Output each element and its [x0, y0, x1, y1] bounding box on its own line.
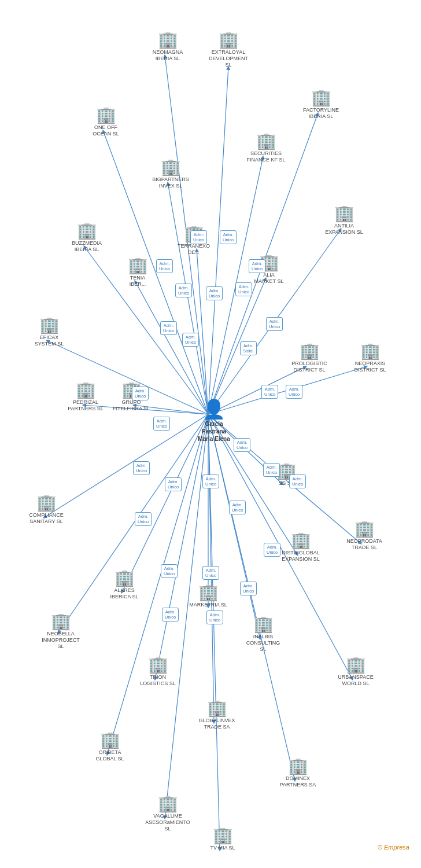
- building-icon-dominex: 🏢: [288, 758, 308, 774]
- company-label-neoprodata: NEOPRODATA TRADE SL: [346, 538, 382, 551]
- company-node-eficax[interactable]: 🏢EFICAX SYSTEM SL: [26, 317, 72, 347]
- company-label-distriglobal: DISTRIGLOBAL EXPANSION SL: [282, 550, 320, 562]
- company-node-factoryline[interactable]: 🏢FACTORYLINE IBERIA SL: [298, 90, 344, 120]
- building-icon-alares: 🏢: [115, 570, 135, 586]
- adm-badge-adm10[interactable]: Adm. Unico: [182, 333, 199, 347]
- adm-badge-adm26[interactable]: Adm. Unico: [202, 566, 219, 580]
- svg-line-24: [155, 414, 208, 680]
- building-icon-neoprodata: 🏢: [354, 521, 375, 537]
- adm-badge-adm11[interactable]: Adm. Solid.: [240, 341, 257, 355]
- adm-badge-adm25[interactable]: Adm. Unico: [161, 564, 178, 578]
- company-label-securities: SECURITIES FINANCE KF SL: [246, 150, 285, 163]
- company-node-tvmia[interactable]: 🏢TV MIA SL: [200, 827, 246, 851]
- building-icon-oneoff: 🏢: [96, 107, 116, 123]
- adm-badge-adm28[interactable]: Adm. Unico: [206, 610, 223, 624]
- adm-badge-adm29[interactable]: Adm. Unico: [240, 582, 257, 595]
- building-icon-eficax: 🏢: [39, 317, 60, 333]
- company-node-urbanspace[interactable]: 🏢URBANSPACE WORLD SL: [333, 657, 379, 687]
- company-node-bigpartners[interactable]: 🏢BIGPARTNERS INVEX SL: [147, 159, 194, 189]
- company-label-dominex: DOMINEX PARTNERS SA: [280, 775, 316, 788]
- building-icon-factoryline: 🏢: [311, 90, 331, 106]
- company-label-tvmia: TV MIA SL: [210, 845, 235, 851]
- company-label-neobella: NEOBELLA INMOPROJECT SL: [42, 631, 80, 649]
- adm-badge-adm1[interactable]: Adm. Unico: [156, 259, 173, 273]
- adm-badge-adm22[interactable]: Adm. Unico: [135, 512, 152, 526]
- company-label-bigpartners: BIGPARTNERS INVEX SL: [152, 176, 189, 189]
- adm-badge-adm27[interactable]: Adm. Unico: [162, 608, 179, 621]
- adm-badge-adm3[interactable]: Adm. Unico: [220, 230, 237, 244]
- company-label-oneoff: ONE OFF OCEAN SL: [93, 124, 119, 137]
- building-icon-securities: 🏢: [256, 133, 276, 149]
- company-label-alia: ALIA MARKET SL: [254, 272, 284, 285]
- company-node-compliance[interactable]: 🏢COMPLIANCE SANITARY SL: [23, 495, 69, 525]
- company-label-terranexo: TERRANEXO DE...: [178, 243, 210, 256]
- adm-badge-adm6[interactable]: Adm. Unico: [206, 286, 223, 300]
- company-node-tenia[interactable]: 🏢TENIA IBER...: [115, 258, 161, 288]
- company-label-antilia: ANTILIA EXPANSION SL: [325, 223, 363, 236]
- company-label-eficax: EFICAX SYSTEM SL: [35, 334, 64, 347]
- adm-badge-adm9[interactable]: Adm. Unico: [160, 321, 177, 335]
- company-node-prologistic[interactable]: 🏢PROLOGISTIC DISTRICT SL: [286, 343, 333, 373]
- company-node-distriglobal[interactable]: 🏢DISTRIGLOBAL EXPANSION SL: [278, 532, 324, 562]
- adm-badge-adm23[interactable]: Adm. Unico: [229, 501, 246, 514]
- adm-badge-adm24[interactable]: Adm. Unico: [264, 543, 280, 557]
- adm-badge-adm4[interactable]: Adm. Unico: [249, 259, 265, 273]
- company-node-oneoff[interactable]: 🏢ONE OFF OCEAN SL: [83, 107, 129, 137]
- company-node-alares[interactable]: 🏢ALARES IBERICA SL: [101, 570, 147, 600]
- company-label-alares: ALARES IBERICA SL: [110, 587, 138, 600]
- company-node-extraloyal[interactable]: 🏢EXTRALOYAL DEVELOPMENT SL: [205, 32, 252, 68]
- svg-line-9: [197, 249, 208, 414]
- company-node-marketria[interactable]: 🏢MARKETRIA SL: [185, 584, 231, 608]
- company-node-globalinvex[interactable]: 🏢GLOBALINVEX TRADE SA: [194, 700, 240, 730]
- building-icon-bigpartners: 🏢: [161, 159, 181, 175]
- adm-badge-adm15[interactable]: Adm. Unico: [153, 417, 170, 431]
- company-node-securities[interactable]: 🏢SECURITIES FINANCE KF SL: [243, 133, 289, 163]
- adm-badge-adm16[interactable]: Adm. Unico: [234, 438, 250, 452]
- company-node-dominex[interactable]: 🏢DOMINEX PARTNERS SA: [275, 758, 321, 788]
- building-icon-inalbis: 🏢: [253, 616, 274, 632]
- company-node-inalbis[interactable]: 🏢INALBIS CONSULTING SL: [240, 616, 286, 652]
- building-icon-globalinvex: 🏢: [207, 700, 227, 716]
- building-icon-neobella: 🏢: [51, 613, 71, 630]
- company-label-neomagna: NEOMAGNA IBERIA SL: [153, 49, 183, 62]
- company-node-oribeta[interactable]: 🏢ORIBETA GLOBAL SL: [87, 732, 133, 762]
- adm-badge-adm5[interactable]: Adm. Unico: [175, 284, 192, 297]
- adm-badge-adm12[interactable]: Adm. Unico: [261, 385, 278, 399]
- company-node-trion[interactable]: 🏢TRION LOGISTICS SL: [135, 657, 181, 687]
- adm-badge-adm17[interactable]: Adm. Unico: [133, 461, 150, 475]
- company-node-buzzmedia[interactable]: 🏢BUZZMEDIA IBERIA SL: [64, 223, 110, 253]
- graph-container: 👤 GarciaPastranaMaria Elena 🏢EXTRALOYAL …: [0, 0, 421, 856]
- company-node-neoprodata[interactable]: 🏢NEOPRODATA TRADE SL: [341, 521, 387, 551]
- building-icon-urbanspace: 🏢: [346, 657, 366, 673]
- adm-badge-adm8[interactable]: Adm. Unico: [266, 317, 283, 331]
- company-node-neopraxis[interactable]: 🏢NEOPRAXIS DISTRICT SL: [347, 343, 393, 373]
- company-label-inalbis: INALBIS CONSULTING SL: [246, 634, 280, 652]
- company-label-factoryline: FACTORYLINE IBERIA SL: [303, 107, 339, 120]
- company-label-urbanspace: URBANSPACE WORLD SL: [338, 674, 373, 687]
- adm-badge-adm21[interactable]: Adm. Unico: [289, 475, 306, 488]
- adm-badge-adm19[interactable]: Adm. Unico: [202, 475, 219, 488]
- adm-badge-adm13[interactable]: Adm. Unico: [286, 385, 302, 399]
- adm-badge-adm2[interactable]: Adm. Unico: [190, 230, 207, 244]
- company-node-vagalume[interactable]: 🏢VAGALUME ASESORaMIENTO SL: [145, 796, 191, 832]
- company-label-grupo: GRUPO FITELFIBRA SL: [113, 399, 150, 412]
- svg-line-5: [168, 182, 208, 414]
- center-person-node: 👤 GarciaPastranaMaria Elena: [191, 398, 237, 443]
- person-icon: 👤: [202, 398, 226, 420]
- company-label-prologistic: PROLOGISTIC DISTRICT SL: [291, 361, 327, 373]
- adm-badge-adm14[interactable]: Adm. Unico: [132, 387, 149, 400]
- adm-badge-adm7[interactable]: Adm. Unico: [235, 282, 252, 296]
- building-icon-compliance: 🏢: [36, 495, 57, 511]
- company-node-neobella[interactable]: 🏢NEOBELLA INMOPROJECT SL: [38, 613, 84, 649]
- company-label-pedrizal: PEDRIZAL PARTNERS SL: [68, 399, 104, 412]
- company-label-vagalume: VAGALUME ASESORaMIENTO SL: [145, 813, 190, 832]
- adm-badge-adm18[interactable]: Adm. Unico: [165, 477, 182, 491]
- building-icon-prologistic: 🏢: [300, 343, 320, 359]
- company-node-neomagna[interactable]: 🏢NEOMAGNA IBERIA SL: [145, 32, 191, 62]
- company-node-antilia[interactable]: 🏢ANTILIA EXPANSION SL: [321, 205, 367, 236]
- building-icon-extraloyal: 🏢: [219, 32, 239, 48]
- company-node-pedrizal[interactable]: 🏢PEDRIZAL PARTNERS SL: [62, 382, 109, 412]
- company-label-tenia: TENIA IBER...: [130, 275, 146, 288]
- building-icon-neopraxis: 🏢: [360, 343, 381, 359]
- adm-badge-adm20[interactable]: Adm. Unico: [263, 463, 280, 477]
